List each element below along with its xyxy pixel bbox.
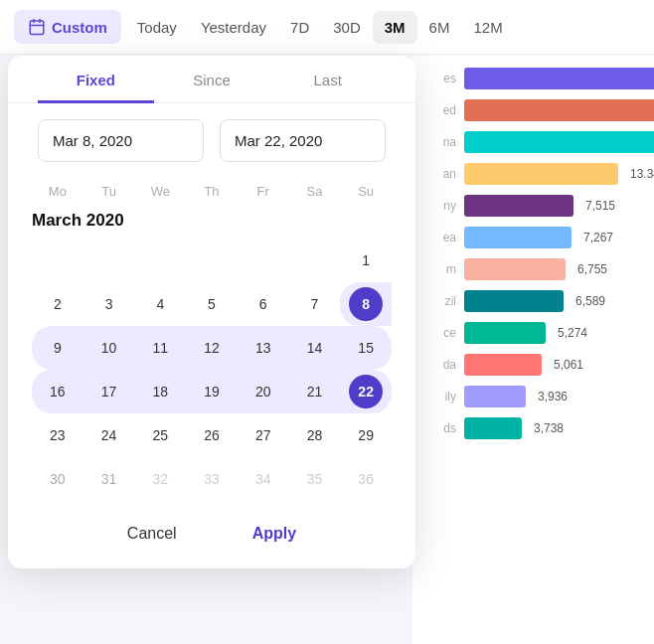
cal-cell[interactable]: 16 <box>32 370 83 413</box>
cal-cell[interactable]: 17 <box>83 370 135 413</box>
toolbar-tab-today[interactable]: Today <box>125 11 189 44</box>
chart-value: 7,267 <box>583 231 613 244</box>
day-header-fr: Fr <box>238 180 289 203</box>
cal-tab-fixed[interactable]: Fixed <box>38 58 154 103</box>
calendar-tabs: FixedSinceLast <box>8 58 415 103</box>
cal-cell[interactable]: 27 <box>238 413 289 457</box>
toolbar-tabs: TodayYesterday7D30D3M6M12M <box>125 11 515 44</box>
end-date-input[interactable]: Mar 22, 2020 <box>220 119 386 162</box>
cal-cell[interactable]: 19 <box>186 370 238 413</box>
cal-cell[interactable]: 18 <box>134 370 186 413</box>
cal-cell[interactable]: 11 <box>134 326 186 370</box>
chart-value: 13.34K <box>630 167 654 181</box>
chart-value: 5,274 <box>558 326 587 340</box>
chart-bar <box>464 386 526 407</box>
day-header-su: Su <box>340 180 392 203</box>
toolbar-tab-7d[interactable]: 7D <box>278 11 321 44</box>
month-label: March 2020 <box>8 207 415 239</box>
toolbar-tab-3m[interactable]: 3M <box>373 11 417 44</box>
day-header-sa: Sa <box>289 180 341 203</box>
chart-row: ny7,515 <box>428 195 638 217</box>
cal-cell[interactable]: 6 <box>238 282 289 326</box>
day-headers: MoTuWeThFrSaSu <box>8 172 415 207</box>
cal-cell[interactable]: 24 <box>83 413 135 457</box>
toolbar: Custom TodayYesterday7D30D3M6M12M <box>0 0 654 55</box>
chart-value: 6,589 <box>575 294 605 308</box>
cal-cell <box>186 239 238 282</box>
cal-cell[interactable]: 2 <box>32 282 83 326</box>
chart-row: ily3,936 <box>428 386 638 407</box>
cal-cell[interactable]: 14 <box>289 326 341 370</box>
cal-cell[interactable]: 5 <box>186 282 238 326</box>
cal-cell[interactable]: 13 <box>238 326 289 370</box>
cal-cell: 32 <box>134 457 186 501</box>
chart-row: ed <box>428 99 638 121</box>
chart-row-label: ed <box>428 103 456 117</box>
chart-row-label: m <box>428 262 456 276</box>
chart-row-label: zil <box>428 294 456 308</box>
chart-area: esednaan13.34Kny7,515ea7,267m6,755zil6,5… <box>412 56 654 644</box>
toolbar-tab-yesterday[interactable]: Yesterday <box>189 11 278 44</box>
chart-bar <box>464 322 546 344</box>
chart-row: ce5,274 <box>428 322 638 344</box>
apply-button[interactable]: Apply <box>235 519 314 549</box>
cal-cell: 35 <box>289 457 341 501</box>
cal-cell[interactable]: 15 <box>340 326 392 370</box>
cal-tab-since[interactable]: Since <box>154 58 270 103</box>
chart-bar <box>464 68 654 89</box>
cal-tab-last[interactable]: Last <box>269 58 386 103</box>
date-inputs: Mar 8, 2020 Mar 22, 2020 <box>8 103 415 172</box>
chart-value: 7,515 <box>585 199 615 213</box>
cal-cell[interactable]: 20 <box>238 370 289 413</box>
svg-rect-0 <box>30 21 44 35</box>
cal-cell[interactable]: 9 <box>32 326 83 370</box>
cal-cell[interactable]: 29 <box>340 413 392 457</box>
chart-row-label: ea <box>428 231 456 244</box>
chart-row-label: ny <box>428 199 456 213</box>
chart-bar <box>464 290 564 312</box>
toolbar-tab-6m[interactable]: 6M <box>417 11 462 44</box>
cal-cell[interactable]: 12 <box>186 326 238 370</box>
cal-cell[interactable]: 8 <box>340 282 392 326</box>
chart-bar <box>464 417 522 439</box>
cal-cell[interactable]: 21 <box>289 370 341 413</box>
chart-row: na <box>428 131 638 153</box>
cal-cell[interactable]: 1 <box>340 239 392 282</box>
cal-cell[interactable]: 25 <box>134 413 186 457</box>
chart-row-label: ce <box>428 326 456 340</box>
toolbar-tab-30d[interactable]: 30D <box>321 11 373 44</box>
cal-cell[interactable]: 31 <box>83 457 135 501</box>
calendar-icon <box>28 18 46 36</box>
cal-cell[interactable]: 23 <box>32 413 83 457</box>
chart-row: zil6,589 <box>428 290 638 312</box>
chart-row-label: ily <box>428 390 456 403</box>
chart-bar <box>464 354 542 376</box>
chart-row: ds3,738 <box>428 417 638 439</box>
chart-row: m6,755 <box>428 258 638 280</box>
chart-row-label: da <box>428 358 456 372</box>
cal-cell[interactable]: 22 <box>340 370 392 413</box>
cal-cell: 36 <box>340 457 392 501</box>
cal-cell[interactable]: 7 <box>289 282 341 326</box>
start-date-input[interactable]: Mar 8, 2020 <box>38 119 204 162</box>
chart-bar <box>464 258 566 280</box>
cancel-button[interactable]: Cancel <box>109 519 195 549</box>
chart-bar <box>464 131 654 153</box>
cal-cell[interactable]: 3 <box>83 282 135 326</box>
cal-cell <box>134 239 186 282</box>
chart-value: 3,936 <box>538 390 568 403</box>
cal-cell <box>238 239 289 282</box>
cal-cell[interactable]: 30 <box>32 457 83 501</box>
chart-bar <box>464 163 618 185</box>
chart-value: 5,061 <box>554 358 583 372</box>
cal-cell[interactable]: 26 <box>186 413 238 457</box>
cal-cell: 34 <box>238 457 289 501</box>
chart-bar <box>464 195 573 217</box>
cal-cell <box>83 239 135 282</box>
toolbar-tab-12m[interactable]: 12M <box>461 11 514 44</box>
custom-button[interactable]: Custom <box>14 10 121 44</box>
cal-cell[interactable]: 28 <box>289 413 341 457</box>
chart-row-label: es <box>428 72 456 85</box>
cal-cell[interactable]: 10 <box>83 326 135 370</box>
cal-cell[interactable]: 4 <box>134 282 186 326</box>
